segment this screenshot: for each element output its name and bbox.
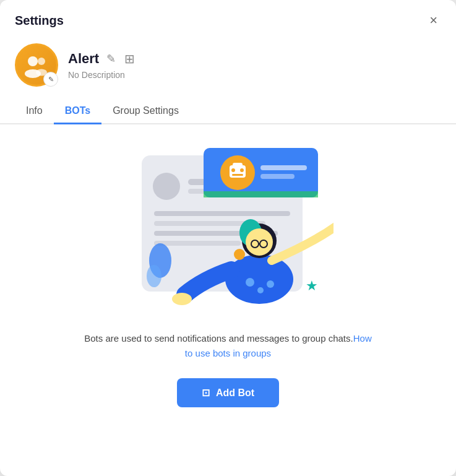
svg-rect-21 xyxy=(260,174,295,179)
profile-info: Alert ✎ ⊞ No Description xyxy=(68,50,136,80)
svg-rect-20 xyxy=(260,165,307,170)
bot-icon: ⊡ xyxy=(202,387,210,399)
tabs: Info BOTs Group Settings xyxy=(0,99,456,124)
svg-point-5 xyxy=(153,173,180,200)
svg-point-32 xyxy=(147,265,161,287)
modal-title: Settings xyxy=(15,14,64,28)
profile-name-row: Alert ✎ ⊞ xyxy=(68,50,136,67)
svg-text:★: ★ xyxy=(306,278,318,293)
svg-rect-16 xyxy=(233,163,243,168)
svg-point-38 xyxy=(172,293,192,305)
close-button[interactable]: × xyxy=(426,12,441,28)
profile-section: ✎ Alert ✎ ⊞ No Description xyxy=(0,38,456,99)
svg-point-17 xyxy=(231,168,235,172)
profile-name: Alert xyxy=(68,51,99,67)
bots-tab-content: ★ Bots are used to send notifications an… xyxy=(0,124,456,476)
illustration-svg: ★ xyxy=(123,137,333,316)
tab-info[interactable]: Info xyxy=(15,99,54,124)
svg-point-33 xyxy=(234,249,245,260)
settings-modal: Settings × ✎ Alert ✎ xyxy=(0,0,456,476)
svg-point-25 xyxy=(246,228,273,256)
bots-description: Bots are used to send notifications and … xyxy=(80,331,377,361)
svg-rect-8 xyxy=(154,211,290,216)
qr-icon: ⊞ xyxy=(124,51,135,66)
modal-header: Settings × xyxy=(0,0,456,38)
svg-rect-13 xyxy=(204,191,318,197)
tab-bots[interactable]: BOTs xyxy=(54,99,101,124)
edit-name-button[interactable]: ✎ xyxy=(105,51,117,67)
avatar-edit-button[interactable]: ✎ xyxy=(43,72,58,87)
bots-illustration: ★ xyxy=(123,137,333,316)
edit-avatar-icon: ✎ xyxy=(48,76,54,84)
svg-point-35 xyxy=(246,278,254,287)
svg-point-1 xyxy=(38,58,45,65)
add-bot-button[interactable]: ⊡ Add Bot xyxy=(177,378,279,407)
avatar-wrapper: ✎ xyxy=(15,43,58,87)
svg-rect-19 xyxy=(232,174,243,176)
profile-description: No Description xyxy=(68,70,136,80)
svg-point-22 xyxy=(225,254,293,304)
svg-point-37 xyxy=(267,280,274,288)
pencil-icon: ✎ xyxy=(106,52,116,66)
qr-code-button[interactable]: ⊞ xyxy=(123,50,136,67)
svg-rect-11 xyxy=(154,241,241,246)
svg-point-18 xyxy=(240,168,244,172)
svg-point-36 xyxy=(257,287,264,293)
tab-group-settings[interactable]: Group Settings xyxy=(101,99,190,124)
svg-point-0 xyxy=(28,56,38,66)
